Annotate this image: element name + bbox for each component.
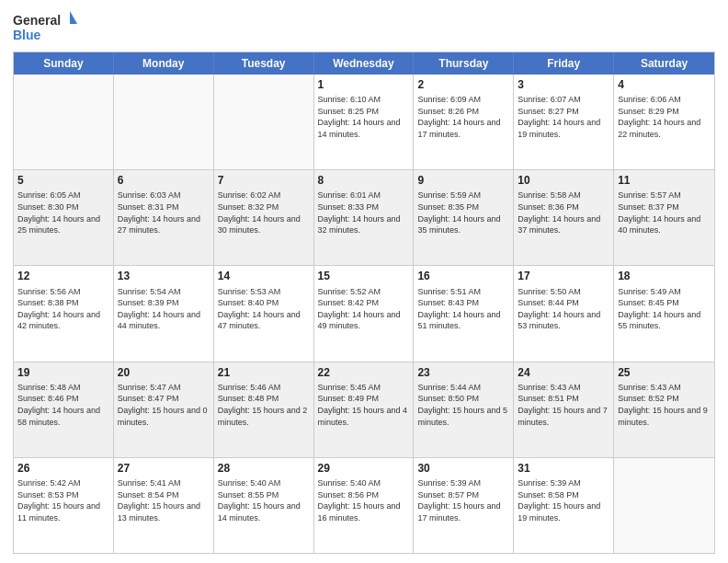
calendar-cell: 13Sunrise: 5:54 AM Sunset: 8:39 PM Dayli… [114, 266, 214, 361]
calendar-cell: 14Sunrise: 5:53 AM Sunset: 8:40 PM Dayli… [214, 266, 314, 361]
calendar-cell: 26Sunrise: 5:42 AM Sunset: 8:53 PM Dayli… [14, 458, 114, 553]
cell-info: Sunrise: 5:45 AM Sunset: 8:49 PM Dayligh… [318, 382, 410, 428]
day-number: 29 [318, 461, 410, 476]
calendar-week-1: 5Sunrise: 6:05 AM Sunset: 8:30 PM Daylig… [14, 169, 714, 265]
calendar-cell [14, 75, 114, 169]
day-header-sunday: Sunday [14, 52, 114, 75]
day-header-tuesday: Tuesday [214, 52, 314, 75]
day-header-thursday: Thursday [414, 52, 514, 75]
cell-info: Sunrise: 5:40 AM Sunset: 8:55 PM Dayligh… [218, 477, 310, 523]
calendar-cell: 18Sunrise: 5:49 AM Sunset: 8:45 PM Dayli… [614, 266, 714, 361]
cell-info: Sunrise: 5:51 AM Sunset: 8:43 PM Dayligh… [417, 286, 509, 332]
page: General Blue SundayMondayTuesdayWednesda… [0, 0, 728, 563]
day-number: 27 [118, 461, 210, 476]
calendar-cell: 24Sunrise: 5:43 AM Sunset: 8:51 PM Dayli… [514, 362, 614, 457]
day-number: 9 [417, 173, 509, 188]
day-number: 26 [17, 461, 109, 476]
cell-info: Sunrise: 5:39 AM Sunset: 8:58 PM Dayligh… [518, 477, 609, 523]
day-number: 28 [218, 461, 310, 476]
cell-info: Sunrise: 5:50 AM Sunset: 8:44 PM Dayligh… [518, 286, 609, 332]
calendar-cell: 7Sunrise: 6:02 AM Sunset: 8:32 PM Daylig… [214, 170, 314, 265]
cell-info: Sunrise: 6:02 AM Sunset: 8:32 PM Dayligh… [218, 190, 310, 236]
calendar-week-2: 12Sunrise: 5:56 AM Sunset: 8:38 PM Dayli… [14, 265, 714, 361]
day-number: 12 [17, 269, 109, 283]
calendar-week-0: 1Sunrise: 6:10 AM Sunset: 8:25 PM Daylig… [14, 75, 714, 169]
day-header-saturday: Saturday [614, 52, 714, 75]
calendar-body: 1Sunrise: 6:10 AM Sunset: 8:25 PM Daylig… [14, 75, 714, 553]
calendar-cell: 11Sunrise: 5:57 AM Sunset: 8:37 PM Dayli… [614, 170, 714, 265]
calendar-cell: 1Sunrise: 6:10 AM Sunset: 8:25 PM Daylig… [314, 75, 415, 169]
cell-info: Sunrise: 5:42 AM Sunset: 8:53 PM Dayligh… [17, 477, 109, 523]
cell-info: Sunrise: 5:43 AM Sunset: 8:52 PM Dayligh… [618, 382, 711, 428]
cell-info: Sunrise: 5:48 AM Sunset: 8:46 PM Dayligh… [17, 382, 109, 428]
calendar-cell: 6Sunrise: 6:03 AM Sunset: 8:31 PM Daylig… [114, 170, 214, 265]
calendar-cell: 16Sunrise: 5:51 AM Sunset: 8:43 PM Dayli… [414, 266, 514, 361]
svg-text:Blue: Blue [13, 28, 41, 42]
calendar-cell: 8Sunrise: 6:01 AM Sunset: 8:33 PM Daylig… [314, 170, 415, 265]
day-number: 1 [318, 77, 410, 92]
calendar-cell: 22Sunrise: 5:45 AM Sunset: 8:49 PM Dayli… [314, 362, 415, 457]
day-number: 16 [417, 269, 509, 283]
cell-info: Sunrise: 5:39 AM Sunset: 8:57 PM Dayligh… [417, 477, 509, 523]
day-number: 24 [518, 365, 609, 380]
day-number: 21 [218, 365, 310, 380]
day-header-friday: Friday [514, 52, 614, 75]
calendar-cell: 23Sunrise: 5:44 AM Sunset: 8:50 PM Dayli… [414, 362, 514, 457]
cell-info: Sunrise: 5:40 AM Sunset: 8:56 PM Dayligh… [318, 477, 410, 523]
calendar-cell: 2Sunrise: 6:09 AM Sunset: 8:26 PM Daylig… [414, 75, 514, 169]
calendar-cell: 30Sunrise: 5:39 AM Sunset: 8:57 PM Dayli… [414, 458, 514, 553]
calendar-cell: 10Sunrise: 5:58 AM Sunset: 8:36 PM Dayli… [514, 170, 614, 265]
cell-info: Sunrise: 6:07 AM Sunset: 8:27 PM Dayligh… [518, 94, 609, 140]
day-number: 15 [318, 269, 410, 283]
cell-info: Sunrise: 5:54 AM Sunset: 8:39 PM Dayligh… [118, 286, 210, 332]
cell-info: Sunrise: 5:58 AM Sunset: 8:36 PM Dayligh… [518, 190, 609, 236]
calendar-cell: 19Sunrise: 5:48 AM Sunset: 8:46 PM Dayli… [14, 362, 114, 457]
cell-info: Sunrise: 5:41 AM Sunset: 8:54 PM Dayligh… [118, 477, 210, 523]
day-number: 3 [518, 77, 609, 92]
day-number: 20 [118, 365, 210, 380]
calendar-cell: 27Sunrise: 5:41 AM Sunset: 8:54 PM Dayli… [114, 458, 214, 553]
calendar-cell [114, 75, 214, 169]
day-number: 10 [518, 173, 609, 188]
calendar-cell: 12Sunrise: 5:56 AM Sunset: 8:38 PM Dayli… [14, 266, 114, 361]
day-number: 30 [417, 461, 509, 476]
cell-info: Sunrise: 6:09 AM Sunset: 8:26 PM Dayligh… [417, 94, 509, 140]
day-number: 25 [618, 365, 711, 380]
logo: General Blue [13, 9, 77, 46]
day-number: 5 [17, 173, 109, 188]
day-number: 11 [618, 173, 711, 188]
day-number: 23 [417, 365, 509, 380]
cell-info: Sunrise: 5:59 AM Sunset: 8:35 PM Dayligh… [417, 190, 509, 236]
day-number: 2 [417, 77, 509, 92]
cell-info: Sunrise: 5:56 AM Sunset: 8:38 PM Dayligh… [17, 286, 109, 332]
calendar-week-4: 26Sunrise: 5:42 AM Sunset: 8:53 PM Dayli… [14, 457, 714, 553]
calendar-cell: 5Sunrise: 6:05 AM Sunset: 8:30 PM Daylig… [14, 170, 114, 265]
day-number: 17 [518, 269, 609, 283]
calendar-cell: 29Sunrise: 5:40 AM Sunset: 8:56 PM Dayli… [314, 458, 415, 553]
header: General Blue [13, 9, 715, 46]
cell-info: Sunrise: 5:52 AM Sunset: 8:42 PM Dayligh… [318, 286, 410, 332]
calendar-cell: 17Sunrise: 5:50 AM Sunset: 8:44 PM Dayli… [514, 266, 614, 361]
calendar-cell: 31Sunrise: 5:39 AM Sunset: 8:58 PM Dayli… [514, 458, 614, 553]
calendar-cell: 3Sunrise: 6:07 AM Sunset: 8:27 PM Daylig… [514, 75, 614, 169]
calendar-cell [614, 458, 714, 553]
day-header-wednesday: Wednesday [314, 52, 415, 75]
calendar-cell: 28Sunrise: 5:40 AM Sunset: 8:55 PM Dayli… [214, 458, 314, 553]
cell-info: Sunrise: 5:43 AM Sunset: 8:51 PM Dayligh… [518, 382, 609, 428]
day-number: 14 [218, 269, 310, 283]
calendar-cell: 15Sunrise: 5:52 AM Sunset: 8:42 PM Dayli… [314, 266, 415, 361]
cell-info: Sunrise: 5:47 AM Sunset: 8:47 PM Dayligh… [118, 382, 210, 428]
calendar-cell: 21Sunrise: 5:46 AM Sunset: 8:48 PM Dayli… [214, 362, 314, 457]
day-number: 4 [618, 77, 711, 92]
day-number: 18 [618, 269, 711, 283]
cell-info: Sunrise: 5:53 AM Sunset: 8:40 PM Dayligh… [218, 286, 310, 332]
calendar-cell: 20Sunrise: 5:47 AM Sunset: 8:47 PM Dayli… [114, 362, 214, 457]
cell-info: Sunrise: 6:03 AM Sunset: 8:31 PM Dayligh… [118, 190, 210, 236]
day-number: 22 [318, 365, 410, 380]
calendar-cell: 4Sunrise: 6:06 AM Sunset: 8:29 PM Daylig… [614, 75, 714, 169]
day-number: 7 [218, 173, 310, 188]
calendar-cell: 9Sunrise: 5:59 AM Sunset: 8:35 PM Daylig… [414, 170, 514, 265]
day-number: 13 [118, 269, 210, 283]
day-header-monday: Monday [114, 52, 214, 75]
day-number: 8 [318, 173, 410, 188]
